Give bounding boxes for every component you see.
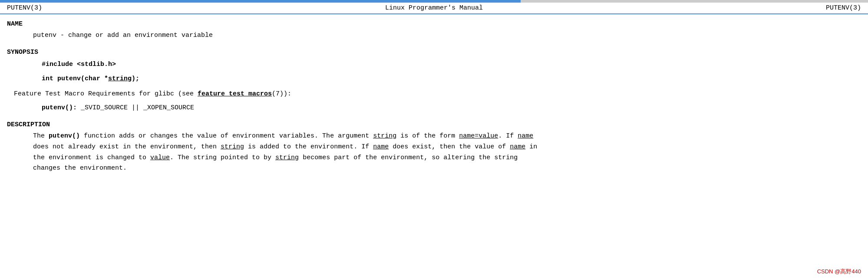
putenv-func-bold: putenv() xyxy=(49,132,80,140)
signature-string-param: string xyxy=(108,75,132,82)
synopsis-signature: int putenv(char *string); xyxy=(7,73,861,85)
page-header: PUTENV(3) Linux Programmer's Manual PUTE… xyxy=(0,3,868,14)
description-line2: does not already exist in the environmen… xyxy=(33,142,861,153)
putenv-options-line: putenv(): _SVID_SOURCE || _XOPEN_SOURCE xyxy=(7,103,861,113)
feature-intro-line: Feature Test Macro Requirements for glib… xyxy=(7,89,861,99)
putenv-options-bold: putenv(): xyxy=(42,104,77,112)
header-center-title: Linux Programmer's Manual xyxy=(385,4,483,12)
description-block: The putenv() function adds or changes th… xyxy=(7,131,861,174)
header-left-title: PUTENV(3) xyxy=(7,4,42,12)
header-right-title: PUTENV(3) xyxy=(826,4,861,12)
feature-test-macros-link: feature_test_macros xyxy=(198,90,272,98)
name-ul3: name xyxy=(510,143,525,151)
name-value-ul: name=value xyxy=(459,132,498,140)
synopsis-include: #include <stdlib.h> xyxy=(7,59,861,70)
signature-text: int putenv(char *string); xyxy=(42,75,139,82)
description-line3: the environment is changed to value. The… xyxy=(33,153,861,164)
string-param-ul3: string xyxy=(275,154,299,161)
string-param-ul1: string xyxy=(373,132,396,140)
section-synopsis-title: SYNOPSIS xyxy=(7,49,861,56)
string-param-ul2: string xyxy=(221,143,244,151)
description-line1: The putenv() function adds or changes th… xyxy=(33,131,861,142)
name-ul1: name xyxy=(518,132,533,140)
main-content: NAME putenv - change or add an environme… xyxy=(0,20,868,183)
section-name-title: NAME xyxy=(7,20,861,28)
section-description-title: DESCRIPTION xyxy=(7,121,861,128)
putenv-options-text: _SVID_SOURCE || _XOPEN_SOURCE xyxy=(77,104,194,112)
footer-watermark: CSDN @高野440 xyxy=(817,268,861,276)
include-statement: #include <stdlib.h> xyxy=(42,61,116,68)
section-name-content: putenv - change or add an environment va… xyxy=(7,30,861,41)
name-ul2: name xyxy=(373,143,389,151)
description-line4: changes the environment. xyxy=(33,163,861,174)
value-ul: value xyxy=(150,154,170,161)
